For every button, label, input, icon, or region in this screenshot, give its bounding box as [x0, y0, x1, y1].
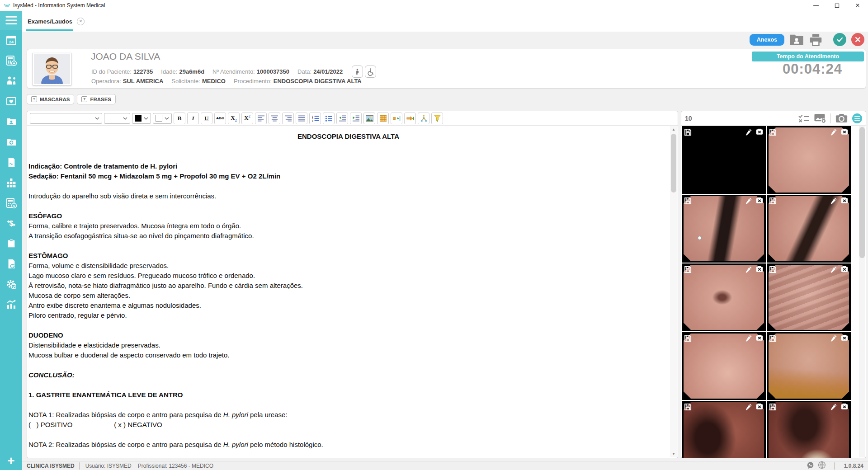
confirm-icon[interactable] [833, 33, 846, 46]
edit-icon[interactable] [745, 128, 752, 136]
save-icon[interactable] [684, 197, 692, 205]
field-tree-icon[interactable] [418, 113, 429, 124]
document-refresh-icon[interactable] [0, 254, 22, 274]
delete-icon[interactable] [756, 128, 763, 136]
endoscopy-thumbnail[interactable] [682, 126, 766, 194]
save-icon[interactable] [684, 128, 692, 136]
delete-icon[interactable] [841, 403, 848, 410]
strikethrough-icon[interactable]: ABC [214, 113, 226, 124]
align-justify-icon[interactable] [296, 113, 307, 124]
edit-icon[interactable] [830, 334, 837, 342]
budget-add-icon[interactable] [0, 50, 22, 70]
save-icon[interactable] [769, 403, 777, 411]
field-insert-icon[interactable] [391, 113, 402, 124]
bold-icon[interactable]: B [174, 113, 185, 124]
endoscopy-thumbnail[interactable] [682, 195, 766, 263]
delete-icon[interactable] [841, 334, 848, 342]
text-color-picker[interactable] [132, 113, 151, 124]
outdent-icon[interactable] [336, 113, 348, 124]
panel-menu-icon[interactable] [852, 113, 862, 123]
frases-button[interactable]: T FRASES [77, 94, 116, 104]
endoscopy-thumbnail[interactable] [767, 126, 851, 194]
images-scrollbar[interactable] [859, 126, 865, 457]
contacts-icon[interactable] [789, 33, 804, 46]
endoscopy-thumbnail[interactable] [682, 401, 766, 458]
field-append-icon[interactable] [404, 113, 416, 124]
highlight-color-picker[interactable] [153, 113, 172, 124]
indent-icon[interactable] [350, 113, 362, 124]
modules-icon[interactable] [0, 172, 22, 193]
delete-icon[interactable] [841, 197, 848, 204]
endoscopy-thumbnail[interactable] [767, 263, 851, 331]
financial-transfer-icon[interactable]: $ [0, 213, 22, 233]
save-icon[interactable] [769, 334, 777, 342]
edit-icon[interactable] [830, 403, 837, 410]
maximize-icon[interactable] [826, 0, 847, 11]
subscript-icon[interactable]: X2 [228, 113, 240, 124]
underline-icon[interactable]: U [201, 113, 212, 124]
delete-icon[interactable] [756, 334, 763, 342]
cancel-icon[interactable] [851, 33, 864, 46]
patient-folder-icon[interactable] [0, 111, 22, 132]
font-family-select[interactable] [30, 113, 102, 124]
edit-icon[interactable] [745, 266, 752, 273]
delete-icon[interactable] [756, 266, 763, 273]
clipboard-icon[interactable] [0, 233, 22, 254]
save-icon[interactable] [684, 334, 692, 342]
save-icon[interactable] [769, 266, 777, 273]
font-size-select[interactable] [104, 113, 130, 124]
minimize-icon[interactable]: — [806, 0, 826, 11]
scroll-up-icon[interactable]: ▲ [670, 126, 677, 133]
reports-chart-icon[interactable] [0, 294, 22, 315]
edit-icon[interactable] [745, 403, 752, 410]
numbered-list-icon[interactable]: 123 [309, 113, 321, 124]
endoscopy-thumbnail[interactable] [767, 195, 851, 263]
health-card-icon[interactable] [0, 91, 22, 111]
reception-icon[interactable] [0, 70, 22, 91]
pregnant-icon[interactable] [352, 66, 363, 78]
print-icon[interactable] [809, 33, 823, 46]
align-right-icon[interactable] [282, 113, 294, 124]
delete-icon[interactable] [756, 197, 763, 204]
edit-icon[interactable] [830, 266, 837, 273]
delete-icon[interactable] [841, 128, 848, 136]
menu-icon[interactable] [0, 11, 22, 30]
panel-splitter-handle[interactable] [698, 236, 702, 240]
save-icon[interactable] [769, 128, 777, 136]
superscript-icon[interactable]: X2 [241, 113, 253, 124]
insert-image-icon[interactable] [363, 113, 375, 124]
endoscopy-thumbnail[interactable] [767, 401, 851, 458]
settings-check-icon[interactable] [0, 274, 22, 294]
report-document[interactable]: ENDOSCOPIA DIGESTIVA ALTA Indicação: Con… [27, 126, 670, 458]
close-icon[interactable]: ✕ [847, 0, 868, 11]
signature-document-icon[interactable] [0, 152, 22, 172]
new-record-icon[interactable] [0, 132, 22, 152]
calendar-24-icon[interactable]: 24 [0, 30, 22, 50]
anexos-button[interactable]: Anexos [750, 34, 784, 46]
field-funnel-icon[interactable] [431, 113, 443, 124]
insert-table-icon[interactable] [377, 113, 389, 124]
mascaras-button[interactable]: T MÁSCARAS [27, 94, 74, 104]
endoscopy-thumbnail[interactable] [682, 263, 766, 331]
editor-scrollbar[interactable]: ▲ ▼ [670, 126, 677, 457]
delete-icon[interactable] [841, 266, 848, 273]
edit-icon[interactable] [745, 197, 752, 204]
edit-icon[interactable] [830, 128, 837, 136]
checklist-icon[interactable] [798, 114, 810, 123]
italic-icon[interactable]: I [187, 113, 199, 124]
web-icon[interactable]: www [818, 461, 826, 470]
edit-icon[interactable] [745, 334, 752, 342]
camera-icon[interactable] [835, 113, 848, 123]
align-left-icon[interactable] [255, 113, 267, 124]
save-icon[interactable] [684, 403, 692, 411]
bullet-list-icon[interactable] [323, 113, 335, 124]
billing-calculator-icon[interactable]: $ [0, 193, 22, 213]
edit-icon[interactable] [830, 197, 837, 204]
delete-icon[interactable] [756, 403, 763, 410]
wheelchair-icon[interactable] [365, 66, 376, 78]
save-icon[interactable] [684, 266, 692, 273]
save-icon[interactable] [769, 197, 777, 205]
scroll-down-icon[interactable]: ▼ [670, 451, 677, 457]
tab-close-icon[interactable]: ✕ [77, 18, 85, 25]
add-image-icon[interactable] [814, 113, 826, 123]
